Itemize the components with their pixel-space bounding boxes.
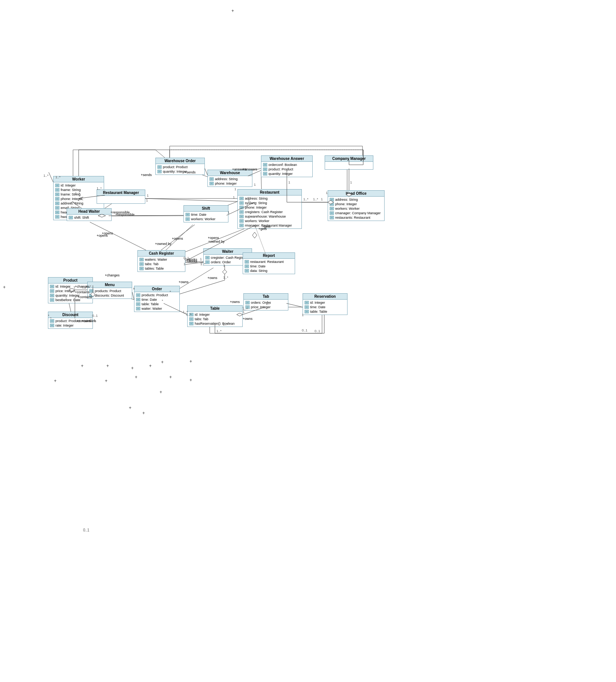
cr-attr-2: tabs: Tab (139, 262, 183, 266)
attr-icon (330, 211, 334, 215)
attr-icon (209, 177, 214, 181)
mult-14: 1..* (186, 313, 191, 316)
svg-rect-99 (240, 224, 243, 227)
plus-3: + (81, 363, 84, 369)
svg-rect-96 (240, 219, 243, 222)
tab-class: Tab orders: Order price: Integer (243, 293, 288, 310)
table-header: Table (188, 306, 242, 312)
svg-text:1: 1 (200, 257, 202, 261)
head-office-class: Head Office address: String phone: Integ… (328, 190, 385, 221)
plus-7: + (135, 375, 137, 380)
tab-body: orders: Order price: Integer (244, 300, 288, 310)
restaurant-body: address: String syslang: String phone: I… (238, 195, 301, 228)
attr-icon (245, 264, 249, 268)
restaurant-manager-class: Restaurant Manager (97, 190, 145, 204)
table-owns-label: +owns (230, 300, 240, 304)
attr-icon (239, 206, 244, 209)
svg-rect-78 (263, 172, 267, 175)
ho-attr-2: phone: Integer (330, 202, 383, 206)
svg-rect-123 (140, 258, 143, 261)
attr-icon (304, 305, 309, 309)
disc-attr-2: rate: Integer (50, 323, 91, 328)
svg-rect-39 (55, 193, 59, 196)
discount-contains-label: +contains (82, 319, 96, 323)
gets-label: +gets (262, 225, 270, 228)
svg-rect-186 (246, 301, 249, 304)
report-body: restaurant: Restaurant time: Date data: … (243, 259, 295, 274)
svg-text:1: 1 (321, 197, 323, 201)
svg-marker-250 (252, 232, 257, 238)
mult-5: 1..* (313, 197, 318, 201)
attr-icon (330, 216, 334, 219)
attr-icon (55, 215, 60, 219)
svg-text:+owns: +owns (207, 276, 218, 280)
mult-2: 1..* (97, 187, 102, 190)
plus-16: + (142, 410, 145, 416)
attr-icon (136, 302, 140, 306)
svg-text:+opens: +opens (172, 237, 183, 240)
worker-attr-2: fname: String (55, 188, 102, 192)
ho-attr-5: restaurants: Restaurant (330, 215, 383, 220)
svg-rect-174 (136, 307, 140, 310)
plus-2: + (3, 285, 6, 290)
table-class: Table id: Integer tabs: Tab hasReservati… (187, 305, 243, 327)
svg-rect-63 (158, 170, 161, 173)
w-attr-1: address: String (209, 177, 251, 181)
r-attr-6: workers: Worker (239, 219, 300, 223)
r-attr-2: syslang: String (239, 201, 300, 205)
changes-label: +changes (105, 273, 119, 277)
attr-icon (50, 285, 54, 288)
shift-class: Shift time: Date workers: Worker (183, 205, 228, 222)
plus-6: + (149, 363, 152, 369)
head-waiter-attr-1: shift: Shift (69, 215, 110, 220)
mult-13: * (133, 288, 135, 291)
restaurant-header: Restaurant (238, 190, 301, 195)
contains-label: +contains (75, 290, 89, 294)
menu-header: Menu (88, 282, 132, 288)
plus-15: + (129, 405, 131, 410)
order-attr-3: table: Table (136, 302, 178, 306)
svg-text:1: 1 (350, 181, 352, 184)
attr-icon (55, 188, 60, 192)
report-class: Report restaurant: Restaurant time: Date… (243, 252, 295, 274)
r-attr-5: supwarehouse: Warehouse (239, 214, 300, 219)
attr-icon (304, 310, 309, 313)
svg-rect-201 (50, 319, 54, 322)
wo-attr-2: quantity: Integer (157, 169, 203, 174)
worker-header: Worker (54, 176, 104, 182)
svg-line-281 (286, 303, 303, 307)
attr-icon (239, 197, 244, 200)
plus-13: + (105, 378, 107, 384)
cash-register-body: waiters: Waiter tabs: Tab tables: Table (138, 257, 185, 272)
mult-1: 1..* (55, 175, 61, 179)
wo-attr-1: product: Product (157, 165, 203, 169)
plus-11: + (189, 378, 192, 383)
svg-rect-126 (140, 263, 143, 266)
mult-17: 1..* (223, 322, 228, 326)
svg-rect-171 (136, 303, 140, 306)
svg-rect-147 (50, 285, 54, 288)
connection-lines (0, 0, 616, 682)
svg-rect-204 (50, 324, 54, 327)
attr-icon (157, 165, 162, 169)
attr-icon (245, 269, 249, 273)
attr-icon (50, 289, 54, 293)
restaurant-manager-header: Restaurant Manager (97, 190, 145, 196)
svg-rect-60 (158, 166, 161, 169)
warehouse-answer-class: Warehouse Answer orderconf: Boolean prod… (261, 155, 313, 177)
answers-label: +answers (232, 167, 247, 171)
svg-rect-105 (330, 203, 334, 206)
mult-9: 1..* (200, 262, 206, 266)
attr-icon (239, 201, 244, 205)
svg-rect-84 (240, 201, 243, 204)
menu-attr-2: discounts: Discount (89, 293, 130, 298)
plus-1: + (231, 8, 234, 13)
head-waiter-header: Head Waiter (67, 209, 111, 215)
svg-rect-162 (89, 294, 93, 297)
plus-10: + (189, 359, 192, 364)
mult-18: 0..1 (302, 328, 307, 332)
svg-line-223 (90, 222, 146, 250)
table-attr-3: hasReservation(): Boolean (189, 321, 241, 326)
wa-attr-2: product: Product (263, 167, 311, 172)
shift-attr-2: workers: Worker (185, 217, 227, 221)
